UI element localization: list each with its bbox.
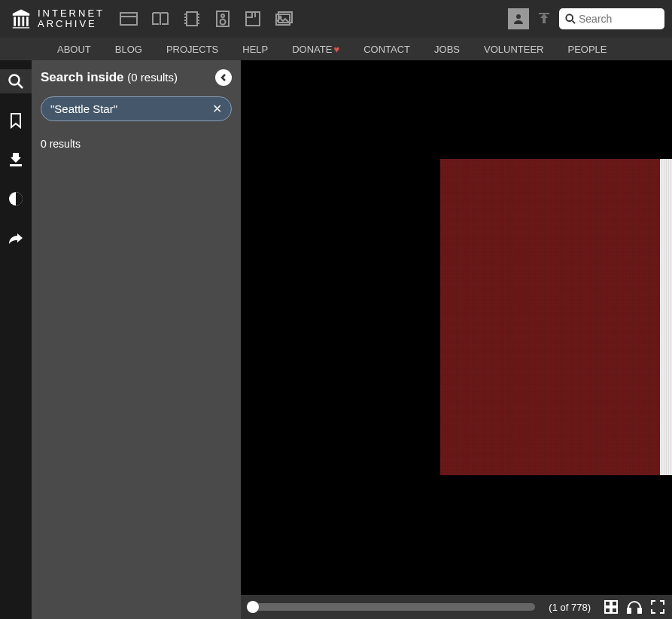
rail-contrast-button[interactable]	[0, 187, 32, 211]
archive-logo-icon	[11, 8, 32, 29]
slider-thumb[interactable]	[247, 601, 259, 613]
top-media-icons	[120, 10, 293, 28]
nav-volunteer[interactable]: VOLUNTEER	[472, 44, 555, 55]
share-icon	[8, 230, 24, 245]
nav-contact[interactable]: CONTACT	[351, 44, 422, 55]
svg-rect-0	[120, 13, 137, 25]
grid-icon	[604, 600, 618, 614]
svg-rect-30	[612, 601, 617, 606]
bookmark-icon	[9, 112, 23, 129]
rail-share-button[interactable]	[0, 226, 32, 250]
svg-rect-27	[10, 164, 22, 166]
nav-help[interactable]: HELP	[230, 44, 280, 55]
video-icon[interactable]	[183, 11, 201, 27]
search-chip-label: "Seattle Star"	[50, 102, 117, 115]
nav-blog[interactable]: BLOG	[103, 44, 154, 55]
images-icon[interactable]	[275, 11, 293, 26]
search-icon	[565, 14, 576, 24]
nav-jobs[interactable]: JOBS	[422, 44, 472, 55]
svg-point-14	[221, 14, 224, 17]
fullscreen-icon	[651, 600, 664, 614]
search-chip-row: "Seattle Star" ✕	[32, 92, 241, 121]
contrast-icon	[8, 191, 24, 207]
svg-rect-33	[628, 608, 631, 613]
footer-icons	[604, 600, 664, 614]
audio-icon[interactable]	[214, 10, 231, 28]
top-right	[508, 8, 664, 29]
global-search[interactable]	[559, 8, 664, 29]
book-viewer: (1 of 778)	[241, 60, 672, 619]
search-chip[interactable]: "Seattle Star" ✕	[41, 96, 232, 121]
topbar: INTERNET ARCHIVE	[0, 0, 672, 38]
upload-icon	[537, 11, 552, 26]
svg-rect-32	[612, 608, 617, 613]
svg-rect-34	[638, 608, 641, 613]
viewer-stage[interactable]	[241, 60, 672, 619]
main: Search inside (0 results) "Seattle Star"…	[0, 60, 672, 619]
upload-button[interactable]	[537, 11, 552, 26]
nav-donate[interactable]: DONATE♥	[280, 44, 351, 55]
collapse-button[interactable]	[215, 69, 232, 86]
thumbnails-button[interactable]	[604, 600, 618, 614]
results-line: 0 results	[32, 121, 241, 150]
rail-search-button[interactable]	[0, 69, 32, 93]
page-edge	[660, 159, 672, 475]
panel-title: Search inside (0 results)	[41, 70, 178, 85]
nav-people[interactable]: PEOPLE	[555, 44, 619, 55]
search-inside-panel: Search inside (0 results) "Seattle Star"…	[32, 60, 241, 619]
nav-about[interactable]: ABOUT	[45, 44, 103, 55]
sidebar-rail	[0, 60, 32, 619]
viewer-footer: (1 of 778)	[241, 595, 672, 619]
headphones-icon	[627, 600, 642, 614]
slider-track[interactable]	[248, 603, 535, 611]
search-icon	[8, 73, 24, 90]
svg-point-23	[566, 14, 573, 21]
user-icon	[512, 13, 525, 25]
svg-line-26	[18, 84, 23, 88]
svg-point-25	[10, 75, 20, 85]
svg-rect-2	[187, 12, 197, 26]
user-button[interactable]	[508, 8, 529, 29]
page-indicator: (1 of 778)	[543, 602, 597, 613]
nav-projects[interactable]: PROJECTS	[154, 44, 230, 55]
global-search-input[interactable]	[579, 13, 658, 25]
panel-header: Search inside (0 results)	[32, 60, 241, 92]
chevron-left-icon	[220, 74, 227, 81]
page-slider[interactable]	[248, 603, 535, 611]
svg-point-15	[220, 20, 226, 25]
panel-result-count: (0 results)	[127, 71, 178, 84]
svg-line-24	[573, 21, 576, 24]
clear-chip-button[interactable]: ✕	[212, 102, 222, 116]
software-icon[interactable]	[245, 11, 261, 27]
read-aloud-button[interactable]	[627, 600, 642, 614]
svg-point-22	[516, 14, 521, 19]
rail-bookmark-button[interactable]	[0, 108, 32, 133]
texts-icon[interactable]	[151, 11, 169, 27]
fullscreen-button[interactable]	[651, 600, 664, 614]
rail-download-button[interactable]	[0, 148, 32, 172]
svg-rect-17	[246, 12, 252, 17]
navbar: ABOUT BLOG PROJECTS HELP DONATE♥ CONTACT…	[0, 38, 672, 60]
heart-icon: ♥	[333, 44, 339, 55]
svg-rect-31	[605, 608, 610, 613]
svg-rect-29	[605, 601, 610, 606]
logo-text: INTERNET ARCHIVE	[38, 8, 105, 30]
web-icon[interactable]	[120, 11, 138, 27]
book-cover[interactable]	[440, 159, 660, 475]
download-icon	[8, 151, 23, 168]
logo[interactable]: INTERNET ARCHIVE	[11, 8, 105, 30]
